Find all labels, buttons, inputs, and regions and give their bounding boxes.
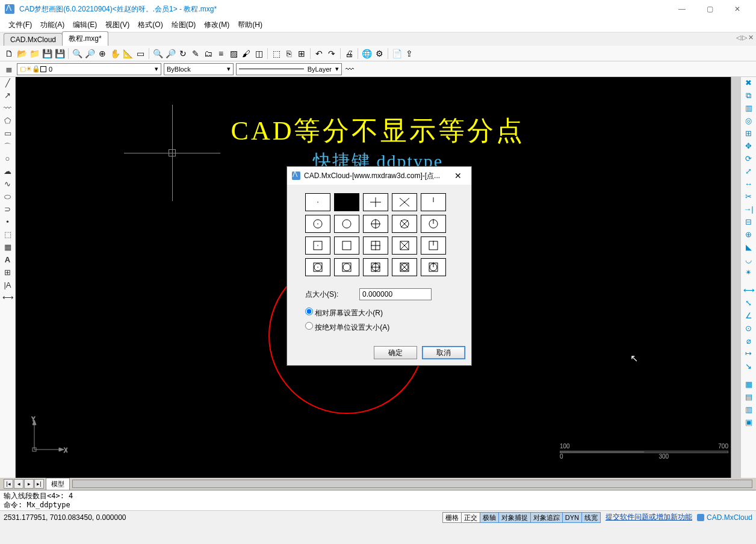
area-icon[interactable]: ▭ (135, 48, 146, 59)
dim-angular-icon[interactable]: ∠ (743, 311, 754, 322)
array-icon[interactable]: ⊞ (743, 129, 754, 140)
layout-last-icon[interactable]: ▸| (34, 479, 44, 489)
hatch-icon[interactable]: ▦ (2, 243, 13, 253)
layout-first-icon[interactable]: |◂ (4, 479, 13, 489)
dim-continue-icon[interactable]: ↦ (743, 349, 754, 360)
open-icon[interactable]: 📂 (16, 48, 27, 59)
tab-next-icon[interactable]: ▷ (742, 34, 747, 42)
menu-file[interactable]: 文件(F) (5, 19, 36, 31)
dim-diameter-icon[interactable]: ⌀ (743, 336, 754, 347)
point-style-none[interactable] (334, 193, 359, 211)
point-style-circle-tick[interactable] (421, 215, 446, 233)
point-size-input[interactable] (359, 288, 432, 300)
block-icon[interactable]: ⬚ (2, 230, 13, 241)
brush-icon[interactable]: 🖌 (241, 48, 252, 59)
point-style-circle-x[interactable] (392, 215, 417, 233)
color-combo[interactable]: ByBlock ▾ (164, 63, 234, 75)
line-icon[interactable]: ╱ (2, 78, 13, 89)
status-grid[interactable]: 栅格 (442, 512, 462, 523)
table-icon[interactable]: ⊞ (2, 268, 13, 279)
tab-close-icon[interactable]: ✕ (748, 34, 754, 42)
menu-draw[interactable]: 绘图(D) (168, 19, 200, 31)
table-icon[interactable]: ⊞ (296, 48, 307, 59)
point-icon[interactable]: • (2, 217, 13, 228)
point-style-sq-circ[interactable] (334, 258, 359, 276)
regen-icon[interactable]: ↻ (178, 48, 188, 59)
zoom-extents-icon[interactable]: ⊕ (97, 48, 108, 59)
palette3-icon[interactable]: ▥ (743, 405, 754, 416)
pan-icon[interactable]: ✋ (110, 48, 120, 59)
menu-help[interactable]: 帮助(H) (234, 19, 266, 31)
mirror-icon[interactable]: ▥ (743, 104, 754, 114)
scale-icon[interactable]: ⤢ (743, 167, 754, 178)
linetype-combo[interactable]: ByLayer ▾ (236, 63, 342, 75)
command-line[interactable]: 输入线段数目<4>: 4 命令: Mx_ddptype (0, 490, 756, 510)
zoom-window-icon[interactable]: 🔍 (72, 48, 82, 59)
export-icon[interactable]: ⇪ (404, 48, 415, 59)
feedback-link[interactable]: 提交软件问题或增加新功能 (606, 512, 692, 522)
point-style-circle[interactable] (334, 215, 359, 233)
menu-view[interactable]: 视图(V) (102, 19, 133, 31)
point-style-sq-circ-dot[interactable] (305, 258, 330, 276)
saveas-icon[interactable]: 💾 (54, 48, 65, 59)
move-icon[interactable]: ✥ (743, 141, 754, 152)
mtext-icon[interactable]: |A (2, 280, 13, 291)
polyline-icon[interactable]: 〰 (2, 104, 13, 114)
dimension-icon[interactable]: ⟷ (2, 293, 13, 304)
palette4-icon[interactable]: ▣ (743, 418, 754, 428)
radio-absolute[interactable]: 按绝对单位设置大小(A) (305, 323, 389, 332)
model-tab[interactable]: 模型 (46, 478, 70, 490)
cancel-button[interactable]: 取消 (422, 346, 465, 359)
point-style-x[interactable] (392, 193, 417, 211)
point-style-dot[interactable] (305, 193, 330, 211)
redo-icon[interactable]: ↷ (326, 48, 337, 59)
offset-icon[interactable]: ◎ (743, 116, 754, 127)
chamfer-icon[interactable]: ◣ (743, 243, 754, 253)
pdf-icon[interactable]: 📄 (391, 48, 402, 59)
palette1-icon[interactable]: ▦ (743, 380, 754, 391)
status-otrack[interactable]: 对象追踪 (530, 512, 563, 523)
circle-icon[interactable]: ○ (2, 154, 13, 165)
revcloud-icon[interactable]: ☁ (2, 167, 13, 178)
block-icon[interactable]: ⬚ (271, 48, 282, 59)
match-icon[interactable]: ◫ (253, 48, 264, 59)
dialog-close-button[interactable]: ✕ (450, 171, 466, 181)
erase-icon[interactable]: ✖ (743, 78, 754, 89)
status-polar[interactable]: 极轴 (480, 512, 499, 523)
insert-icon[interactable]: ⎘ (284, 48, 294, 59)
layout-next-icon[interactable]: ▸ (24, 479, 34, 489)
copy-icon[interactable]: ⧉ (743, 91, 754, 102)
status-dyn[interactable]: DYN (562, 512, 582, 523)
join-icon[interactable]: ⊕ (743, 230, 754, 241)
point-style-sq-circ-tick[interactable] (421, 258, 446, 276)
fillet-icon[interactable]: ◡ (743, 255, 754, 266)
maximize-button[interactable]: ▢ (696, 0, 723, 18)
layer-manager-icon[interactable]: ≣ (4, 64, 14, 75)
tab-document[interactable]: 教程.mxg* (62, 31, 108, 46)
layer-combo[interactable]: ▢☀🔒 0 ▾ (17, 63, 161, 75)
save-icon[interactable]: 💾 (42, 48, 52, 59)
point-style-square-plus[interactable] (363, 236, 388, 255)
tab-cloud[interactable]: CAD.MxCloud (4, 33, 63, 46)
vertical-scrollbar[interactable] (731, 77, 740, 478)
ray-icon[interactable]: ↗ (2, 91, 13, 102)
point-style-square-x[interactable] (392, 236, 417, 255)
extend-icon[interactable]: →| (743, 205, 754, 215)
rectangle-icon[interactable]: ▭ (2, 129, 13, 140)
point-style-sq-circ-x[interactable] (392, 258, 417, 276)
web-icon[interactable]: 🌐 (361, 48, 372, 59)
status-osnap[interactable]: 对象捕捉 (498, 512, 531, 523)
point-style-tick[interactable] (421, 193, 446, 211)
ok-button[interactable]: 确定 (374, 346, 417, 359)
point-style-square-dot[interactable] (305, 236, 330, 255)
close-button[interactable]: ✕ (723, 0, 751, 18)
polygon-icon[interactable]: ⬠ (2, 116, 13, 127)
lineweight-icon[interactable]: 〰 (344, 64, 355, 75)
text-icon[interactable]: A (2, 255, 13, 266)
layout-prev-icon[interactable]: ◂ (14, 479, 23, 489)
horizontal-scrollbar[interactable] (72, 480, 752, 488)
undo-icon[interactable]: ↶ (314, 48, 324, 59)
menu-format[interactable]: 格式(O) (134, 19, 166, 31)
menu-function[interactable]: 功能(A) (37, 19, 68, 31)
menu-edit[interactable]: 编辑(E) (69, 19, 101, 31)
